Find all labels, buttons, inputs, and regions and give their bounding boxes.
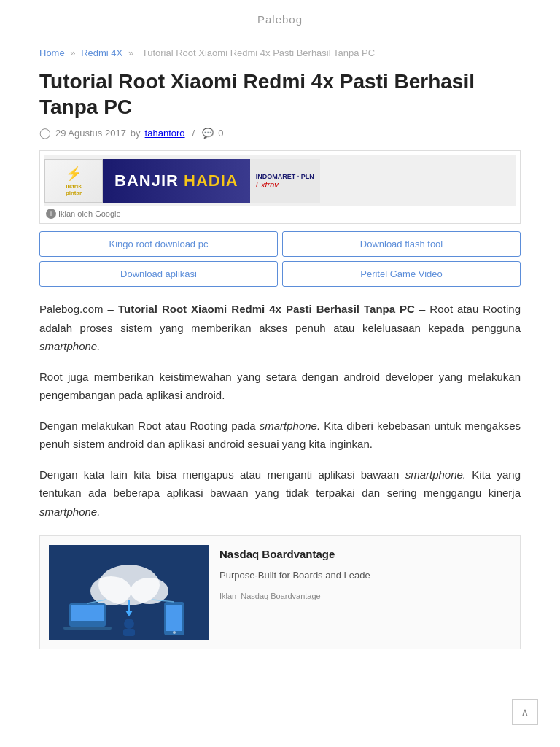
chevron-up-icon: ∧ xyxy=(521,705,529,719)
in-content-ad-meta: Iklan Nasdaq Boardvantage xyxy=(219,589,370,603)
clock-icon: ◯ xyxy=(39,127,51,139)
post-date: 29 Agustus 2017 xyxy=(55,128,126,139)
main-content: Home » Redmi 4X » Tutorial Root Xiaomi R… xyxy=(18,34,542,693)
ad-detail-box: INDOMARET · PLN Extrav xyxy=(250,159,320,203)
breadcrumb-redmi[interactable]: Redmi 4X xyxy=(81,47,122,58)
meta-sep: / xyxy=(192,128,195,139)
ad-label: i Iklan oleh Google xyxy=(44,209,121,219)
svg-point-14 xyxy=(124,619,134,629)
intro-italic1: smartphone. xyxy=(39,340,100,352)
ad-extrav-text: Extrav xyxy=(256,180,314,189)
svg-rect-10 xyxy=(166,605,182,631)
para3-prefix: Dengan melakukan Root atau Rooting pada xyxy=(39,419,256,432)
ad-banner-main: BANJIR HADIA xyxy=(103,159,250,203)
meta-by: by xyxy=(131,128,141,139)
comment-icon: 💬 xyxy=(202,128,214,139)
comment-count: 0 xyxy=(218,128,223,139)
post-body: Palebog.com – Tutorial Root Xiaomi Redmi… xyxy=(39,300,521,649)
lightning-icon: ⚡ xyxy=(66,166,82,182)
post-para3: Dengan melakukan Root atau Rooting pada … xyxy=(39,417,521,454)
para4-prefix: Dengan kata lain kita bisa mengapus atau… xyxy=(39,468,399,481)
breadcrumb-home[interactable]: Home xyxy=(39,47,65,58)
intro-bold: Tutorial Root Xiaomi Redmi 4x Pasti Berh… xyxy=(118,303,415,315)
post-author[interactable]: tahantoro xyxy=(145,128,185,139)
ad-banner-text: BANJIR HADIA xyxy=(114,171,238,190)
breadcrumb: Home » Redmi 4X » Tutorial Root Xiaomi R… xyxy=(39,47,521,58)
btn-aplikasi[interactable]: Download aplikasi xyxy=(39,261,278,287)
ad-logo-text: listrikpintar xyxy=(66,183,82,196)
site-header: Palebog xyxy=(0,0,560,34)
ad-detail-text: INDOMARET · PLN xyxy=(256,173,314,180)
in-content-ad-text: Nasdaq Boardvantage Purpose-Built for Bo… xyxy=(219,545,370,603)
site-title: Palebog xyxy=(257,13,303,26)
btn-peritel[interactable]: Peritel Game Video xyxy=(282,261,521,287)
ad-image-area[interactable]: ⚡ listrikpintar BANJIR HADIA INDOMARET ·… xyxy=(44,155,516,206)
in-content-ad-title: Nasdaq Boardvantage xyxy=(219,545,370,564)
svg-rect-15 xyxy=(123,629,135,636)
para4-italic1: smartphone. xyxy=(405,468,466,481)
in-content-ad-image xyxy=(49,545,209,640)
para3-italic: smartphone. xyxy=(260,419,320,432)
svg-rect-7 xyxy=(71,605,104,621)
para4-italic2: smartphone. xyxy=(39,506,100,518)
ad-logo-box: ⚡ listrikpintar xyxy=(44,159,103,203)
in-content-ad-desc: Purpose-Built for Boards and Leade xyxy=(219,568,370,584)
ad-meta-label: Iklan xyxy=(219,589,236,603)
ad-meta-source: Nasdaq Boardvantage xyxy=(241,589,320,603)
post-title: Tutorial Root Xiaomi Redmi 4x Pasti Berh… xyxy=(39,69,521,120)
btn-kingo[interactable]: Kingo root download pc xyxy=(39,231,278,257)
svg-point-3 xyxy=(131,578,168,604)
post-para4: Dengan kata lain kita bisa mengapus atau… xyxy=(39,465,521,522)
ad-svg-visual xyxy=(49,545,209,640)
svg-rect-8 xyxy=(63,627,112,630)
post-meta: ◯ 29 Agustus 2017 by tahantoro / 💬 0 xyxy=(39,127,521,139)
post-para1: Palebog.com – Tutorial Root Xiaomi Redmi… xyxy=(39,300,521,356)
back-to-top-button[interactable]: ∧ xyxy=(512,699,538,725)
breadcrumb-current: Tutorial Root Xiaomi Redmi 4x Pasti Berh… xyxy=(142,47,375,58)
ad-banner-content: ⚡ listrikpintar BANJIR HADIA INDOMARET ·… xyxy=(44,155,320,206)
svg-point-11 xyxy=(173,631,176,634)
info-icon: i xyxy=(46,209,56,219)
ad-buttons: Kingo root download pc Download flash to… xyxy=(39,231,521,287)
btn-flash[interactable]: Download flash tool xyxy=(282,231,521,257)
intro-prefix: Palebog.com – xyxy=(39,303,114,315)
breadcrumb-sep2: » xyxy=(128,47,133,58)
breadcrumb-sep1: » xyxy=(70,47,75,58)
post-para2: Root juga memberikan keistimewahan yang … xyxy=(39,368,521,405)
ad-block: ⚡ listrikpintar BANJIR HADIA INDOMARET ·… xyxy=(39,150,521,224)
ad-label-text: Iklan oleh Google xyxy=(58,209,121,218)
in-content-ad[interactable]: Nasdaq Boardvantage Purpose-Built for Bo… xyxy=(39,535,521,649)
